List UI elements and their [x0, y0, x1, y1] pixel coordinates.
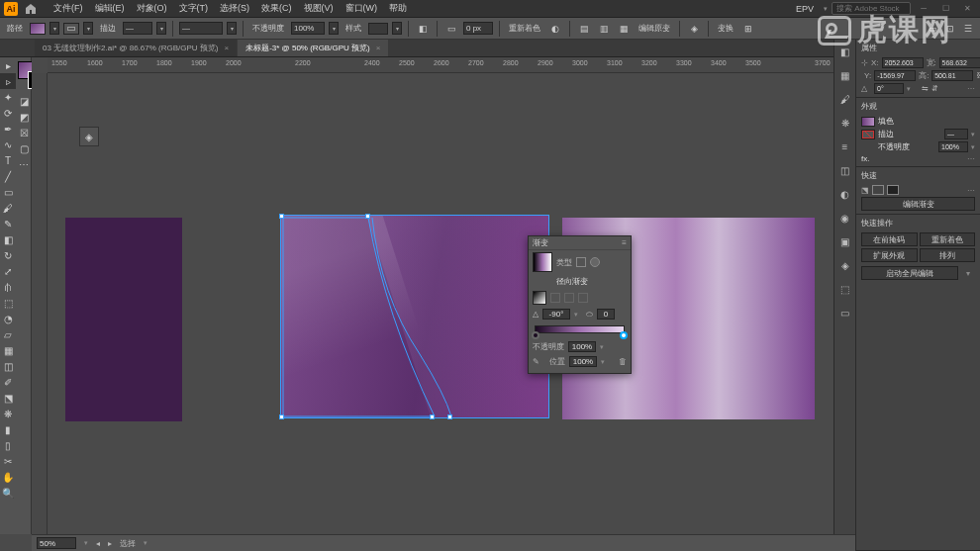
fill-dropdown[interactable]: ▾: [49, 22, 59, 35]
workspace-switcher[interactable]: EPV: [790, 4, 820, 14]
align-r-icon[interactable]: ▦: [616, 22, 632, 36]
shaper-tool[interactable]: ✎: [0, 216, 16, 231]
blend-tool[interactable]: ⬔: [0, 390, 16, 406]
appearance-panel-icon[interactable]: ◉: [837, 210, 853, 226]
search-input[interactable]: [832, 2, 911, 15]
gradient-preview[interactable]: [533, 252, 552, 272]
panel-menu-icon[interactable]: ≡: [622, 238, 627, 247]
quick-action-2[interactable]: 重新着色: [920, 232, 976, 246]
gradient-tool[interactable]: ◫: [0, 358, 16, 374]
align-c-icon[interactable]: ▥: [596, 22, 612, 36]
hand-tool[interactable]: ✋: [0, 469, 16, 485]
opt-recolor[interactable]: 重新着色: [506, 23, 543, 34]
transform-icon[interactable]: ⊞: [740, 22, 756, 36]
selection-handle[interactable]: [279, 214, 284, 219]
minimize-button[interactable]: ─: [915, 2, 932, 15]
paintbrush-tool[interactable]: 🖌: [0, 200, 16, 216]
doc-setup-icon[interactable]: ⊡: [942, 22, 958, 36]
gradient-stop-end[interactable]: [620, 331, 628, 339]
type-tool[interactable]: T: [0, 152, 16, 168]
line-tool[interactable]: ╱: [0, 168, 16, 184]
close-button[interactable]: ✕: [958, 2, 976, 15]
brushes-panel-icon[interactable]: 🖌: [837, 91, 853, 107]
more-icon[interactable]: ⋯: [967, 84, 975, 93]
px-input[interactable]: [463, 22, 493, 35]
stroke-swatch-panel[interactable]: [861, 130, 875, 139]
swatches-panel-icon[interactable]: ▦: [837, 67, 853, 83]
menu-file[interactable]: 文件(F): [48, 2, 89, 15]
menu-edit[interactable]: 编辑(E): [89, 2, 131, 15]
radial-type-icon[interactable]: [590, 257, 600, 267]
gradient-panel[interactable]: 渐变 ≡ 类型 径向渐变 △ ▾ ⬭ 不透明度 ▾ ↖ ✎ 位置 ▾ �: [528, 235, 632, 374]
tab-doc1[interactable]: 03 无缝纹理制作2.ai* @ 86.67% (RGB/GPU 预览) ×: [35, 40, 237, 56]
quick-action-3[interactable]: 扩展外观: [861, 248, 918, 262]
flip-h-icon[interactable]: ⇋: [922, 84, 929, 93]
transparency-panel-icon[interactable]: ◐: [837, 186, 853, 202]
close-icon[interactable]: ×: [225, 44, 230, 52]
color-mode-icon[interactable]: ◪: [16, 93, 32, 109]
eyedropper-tool[interactable]: ✐: [0, 374, 16, 390]
selection-handle[interactable]: [447, 414, 452, 419]
graphic-styles-icon[interactable]: ▣: [837, 233, 853, 249]
asset-export-icon[interactable]: ⬚: [837, 281, 853, 297]
menu-window[interactable]: 窗口(W): [340, 2, 384, 15]
maximize-button[interactable]: ☐: [936, 2, 954, 15]
stroke-grad-icon2[interactable]: [564, 293, 574, 303]
color-panel-icon[interactable]: ◧: [837, 44, 853, 59]
stroke-grad-swatch[interactable]: [533, 291, 546, 305]
curvature-tool[interactable]: ∿: [0, 137, 16, 152]
x-input[interactable]: [882, 57, 924, 68]
rectangle-tool[interactable]: ▭: [0, 184, 16, 200]
quick-swatch1[interactable]: [872, 185, 884, 195]
nav-next-icon[interactable]: ▸: [108, 539, 112, 548]
gp-opacity-input[interactable]: [568, 341, 596, 352]
opt-edit-grad[interactable]: 编辑原变: [636, 23, 673, 34]
gradient-panel-icon[interactable]: ◫: [837, 162, 853, 178]
nav-prev-icon[interactable]: ◂: [96, 539, 100, 548]
gp-location-input[interactable]: [569, 356, 597, 367]
width-tool[interactable]: ⫛: [0, 279, 16, 295]
floating-layers-icon[interactable]: ◈: [79, 127, 99, 146]
zoom-dd[interactable]: ▾: [84, 539, 88, 547]
eyedropper-icon[interactable]: ✎: [533, 357, 539, 366]
perspective-tool[interactable]: ▱: [0, 326, 16, 342]
menu-help[interactable]: 帮助: [383, 2, 413, 15]
none-mode-icon[interactable]: ☒: [16, 125, 32, 140]
dropdown-icon[interactable]: ▾: [961, 269, 975, 278]
prefs-icon[interactable]: ☰: [960, 22, 976, 36]
h-input[interactable]: [931, 70, 973, 81]
isolate-icon[interactable]: ◈: [686, 22, 702, 36]
style-dd[interactable]: ▾: [392, 22, 402, 35]
fill-swatch[interactable]: [30, 23, 46, 35]
linear-type-icon[interactable]: [576, 257, 586, 267]
direct-selection-tool[interactable]: ▹: [0, 73, 16, 89]
quick-action-1[interactable]: 在前掩码: [861, 232, 918, 246]
pen-tool[interactable]: ✒: [0, 121, 16, 137]
menu-object[interactable]: 对象(O): [131, 2, 173, 15]
selection-handle[interactable]: [430, 414, 435, 419]
stroke-grad-icon3[interactable]: [578, 293, 588, 303]
symbol-sprayer-tool[interactable]: ❋: [0, 406, 16, 421]
stroke-grad-icon1[interactable]: [550, 293, 560, 303]
rotate-tool[interactable]: ↻: [0, 247, 16, 263]
more-icon[interactable]: ⋯: [967, 154, 975, 163]
close-icon[interactable]: ×: [376, 44, 381, 52]
selection-handle[interactable]: [365, 214, 370, 219]
slice-tool[interactable]: ✂: [0, 453, 16, 469]
mesh-tool[interactable]: ▦: [0, 342, 16, 358]
style-swatch[interactable]: [368, 23, 388, 35]
stroke-panel-icon[interactable]: ≡: [837, 138, 853, 154]
arrange-icon[interactable]: ▭: [925, 22, 940, 36]
trash-icon[interactable]: 🗑: [619, 357, 627, 366]
aspect-input[interactable]: [597, 309, 615, 320]
menu-type[interactable]: 文字(T): [173, 2, 215, 15]
fx-label[interactable]: fx.: [861, 154, 964, 163]
edit-toolbar-icon[interactable]: ⋯: [16, 156, 32, 172]
selection-tool[interactable]: ▸: [0, 57, 16, 73]
artboards-panel-icon[interactable]: ▭: [837, 305, 853, 321]
magic-wand-tool[interactable]: ✦: [0, 89, 16, 105]
artboard-2-selected[interactable]: [281, 216, 548, 417]
quick-swatch2[interactable]: [887, 185, 899, 195]
stroke-weight-input[interactable]: [123, 22, 152, 35]
opacity-dd[interactable]: ▾: [329, 22, 339, 35]
